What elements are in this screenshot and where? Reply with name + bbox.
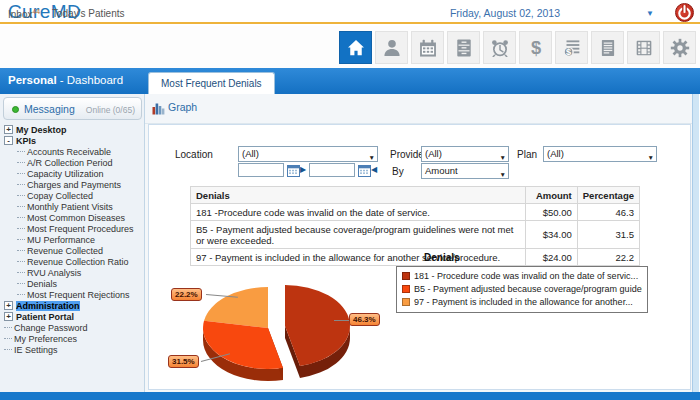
denials-pie-chart: [190, 248, 430, 396]
todays-patients-link[interactable]: Today's Patients: [52, 8, 125, 19]
col-header-denials: Denials: [191, 187, 526, 204]
sidebar-item-most-frequent-procedures[interactable]: Most Frequent Procedures: [4, 223, 143, 234]
alarm-clock-button[interactable]: [483, 31, 516, 64]
settings-gear-icon: [669, 37, 691, 59]
cell-denial: B5 - Payment adjusted because coverage/p…: [191, 221, 526, 249]
inbox-count-badge: 44: [32, 8, 40, 15]
inbox-label: Inbox: [8, 9, 32, 20]
sidebar-item-change-password[interactable]: Change Password: [4, 322, 143, 333]
tree-connector: [17, 272, 25, 273]
dollar-icon: $: [525, 37, 547, 59]
tree-connector: [17, 162, 25, 163]
sidebar-item-my-desktop[interactable]: +My Desktop: [4, 124, 143, 135]
location-label: Location: [175, 149, 213, 160]
location-dropdown[interactable]: (All)▼: [238, 146, 378, 162]
logout-power-button[interactable]: [675, 3, 694, 22]
sidebar-item-revenue-collection-ratio[interactable]: Revenue Collection Ratio: [4, 256, 143, 267]
sidebar-item-label: Charges and Payments: [27, 180, 121, 190]
sidebar-item-charges-and-payments[interactable]: Charges and Payments: [4, 179, 143, 190]
date-next-arrow-icon[interactable]: ▶: [300, 165, 306, 174]
patient-icon: [381, 37, 403, 59]
sidebar-item-monthly-patient-visits[interactable]: Monthly Patient Visits: [4, 201, 143, 212]
calendar-button[interactable]: [411, 31, 444, 64]
date-to-calendar-button[interactable]: [358, 163, 371, 181]
sidebar-item-a-r-collection-period[interactable]: A/R Collection Period: [4, 157, 143, 168]
cabinet-button[interactable]: [447, 31, 480, 64]
legend-label: 97 - Payment is included in the allowanc…: [414, 296, 633, 309]
sidebar-item-label: Administration: [16, 301, 80, 311]
settings-gear-button[interactable]: [663, 31, 696, 64]
provider-dropdown[interactable]: (All)▼: [421, 146, 509, 162]
legend-item: 97 - Payment is included in the allowanc…: [402, 296, 642, 309]
sidebar-item-kpis[interactable]: -KPIs: [4, 135, 143, 146]
page-title-rest: - Dashboard: [57, 74, 123, 86]
cell-percentage: 31.5: [577, 221, 639, 249]
tree-connector: [17, 195, 25, 196]
plan-dropdown[interactable]: (All)▼: [543, 146, 657, 162]
sidebar-item-most-frequent-rejections[interactable]: Most Frequent Rejections: [4, 289, 143, 300]
provider-value: (All): [425, 148, 442, 159]
sidebar-item-capacity-utilization[interactable]: Capacity Utilization: [4, 168, 143, 179]
tree-connector: [17, 283, 25, 284]
sidebar-item-label: Copay Collected: [27, 191, 93, 201]
sidebar-item-accounts-receivable[interactable]: Accounts Receivable: [4, 146, 143, 157]
sidebar-item-label: RVU Analysis: [27, 268, 81, 278]
dropdown-caret-icon: ▼: [648, 151, 654, 165]
sidebar-item-ie-settings[interactable]: IE Settings: [4, 344, 143, 355]
tree-connector: [17, 151, 25, 152]
online-status-icon: [12, 106, 19, 113]
sidebar-item-denials[interactable]: Denials: [4, 278, 143, 289]
tree-connector: [4, 327, 12, 328]
vertical-scrollbar[interactable]: [692, 94, 699, 392]
sidebar-item-most-common-diseases[interactable]: Most Common Diseases: [4, 212, 143, 223]
legend-item: B5 - Payment adjusted because coverage/p…: [402, 283, 642, 296]
tab-most-frequent-denials[interactable]: Most Frequent Denials: [148, 72, 275, 94]
main-toolbar: $$: [339, 31, 696, 64]
cell-amount: $34.00: [525, 221, 577, 249]
graph-view-link[interactable]: Graph: [168, 101, 197, 113]
inbox-link[interactable]: Inbox44: [8, 8, 40, 20]
date-to-input[interactable]: [309, 163, 355, 177]
sidebar-item-label: Capacity Utilization: [27, 169, 104, 179]
expand-icon[interactable]: +: [4, 312, 13, 321]
sidebar-item-copay-collected[interactable]: Copay Collected: [4, 190, 143, 201]
tree-connector: [17, 228, 25, 229]
legend-label: 181 - Procedure code was invalid on the …: [414, 270, 638, 283]
date-from-calendar-button[interactable]: [287, 163, 300, 181]
plan-label: Plan: [517, 149, 537, 160]
tree-connector: [17, 173, 25, 174]
expand-icon[interactable]: +: [4, 301, 13, 310]
sidebar-item-rvu-analysis[interactable]: RVU Analysis: [4, 267, 143, 278]
tree-connector: [4, 338, 12, 339]
date-from-input[interactable]: [238, 163, 284, 177]
table-row[interactable]: 181 -Procedure code was invalid on the d…: [191, 204, 640, 221]
sidebar-item-mu-performance[interactable]: MU Performance: [4, 234, 143, 245]
media-button[interactable]: [627, 31, 660, 64]
sidebar-item-label: Change Password: [14, 323, 88, 333]
tree-connector: [17, 261, 25, 262]
sidebar-item-label: Most Frequent Procedures: [27, 224, 134, 234]
sidebar-item-my-preferences[interactable]: My Preferences: [4, 333, 143, 344]
messaging-label: Messaging: [24, 103, 75, 115]
patient-button[interactable]: [375, 31, 408, 64]
collapse-icon[interactable]: -: [4, 136, 13, 145]
sidebar-item-patient-portal[interactable]: +Patient Portal: [4, 311, 143, 322]
by-dropdown[interactable]: Amount▼: [421, 163, 509, 179]
expand-icon[interactable]: +: [4, 125, 13, 134]
cabinet-icon: [453, 37, 475, 59]
sidebar-item-label: IE Settings: [14, 345, 58, 355]
sidebar-item-revenue-collected[interactable]: Revenue Collected: [4, 245, 143, 256]
date-prev-arrow-icon[interactable]: ◀: [371, 165, 377, 174]
chevron-down-icon[interactable]: ▼: [646, 9, 654, 18]
document-button[interactable]: [591, 31, 624, 64]
messaging-widget[interactable]: Messaging Online (0/65): [3, 97, 142, 120]
billing-ledger-button[interactable]: $: [555, 31, 588, 64]
table-row[interactable]: B5 - Payment adjusted because coverage/p…: [191, 221, 640, 249]
dollar-button[interactable]: $: [519, 31, 552, 64]
home-button[interactable]: [339, 31, 372, 64]
sidebar-item-label: Revenue Collection Ratio: [27, 257, 129, 267]
tree-connector: [17, 184, 25, 185]
sidebar-item-administration[interactable]: +Administration: [4, 300, 143, 311]
home-icon: [345, 37, 367, 59]
pie-slice: [204, 287, 268, 328]
